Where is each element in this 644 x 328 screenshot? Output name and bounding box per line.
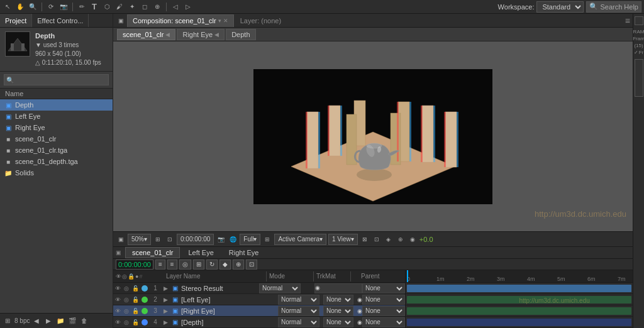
layer-3-lock[interactable]: 🔓	[131, 308, 140, 314]
camera-btn[interactable]: Active Camera ▾	[274, 234, 326, 245]
delete-icon[interactable]: 🗑	[79, 316, 89, 326]
tl-tab-lefteye[interactable]: Left Eye	[181, 247, 220, 258]
viewer-cam-icon[interactable]: 📷	[216, 234, 226, 244]
layer-3-expand[interactable]: ▶	[161, 308, 170, 314]
layer-1-expand[interactable]: ▶	[161, 285, 170, 292]
tl-tab-scene01[interactable]: scene_01_clr	[125, 247, 180, 258]
layer-1-eye[interactable]: 👁	[113, 285, 122, 292]
subtab-righteye[interactable]: Right Eye ◀	[177, 29, 225, 40]
toolbar-icon-hand[interactable]: ✋	[15, 2, 25, 12]
tab-project[interactable]: Project	[0, 14, 32, 27]
toolbar-icon-clone[interactable]: ✦	[127, 2, 137, 12]
tl-bar-3[interactable]	[407, 307, 631, 315]
search-help-box[interactable]: 🔍 Search Help	[586, 1, 641, 13]
subtab-depth[interactable]: Depth	[226, 29, 255, 40]
viewer-toggle1[interactable]: ⊠	[360, 234, 370, 244]
toolbar-icon-shape[interactable]: ⬡	[102, 2, 112, 12]
file-item-4[interactable]: ■scene_01_clr.tga	[0, 145, 113, 156]
toolbar-icon-undo[interactable]: ◁	[170, 2, 180, 12]
tl-marker-btn[interactable]: ◆	[219, 260, 231, 270]
layer-2-mode[interactable]: Normal	[278, 295, 319, 305]
tl-loop-btn[interactable]: ↻	[206, 260, 218, 270]
layer-2-trkmat[interactable]: None	[323, 295, 353, 305]
quality-btn[interactable]: Full ▾	[240, 234, 260, 245]
comp-tab-main[interactable]: Composition: scene_01_clr ▾ ✕	[127, 14, 234, 27]
layer-4-lock[interactable]: 🔓	[131, 319, 140, 325]
toolbar-icon-cam[interactable]: 📷	[58, 2, 69, 12]
file-item-5[interactable]: ■scene_01_depth.tga	[0, 156, 113, 167]
tl-bar-4[interactable]	[407, 319, 631, 326]
tl-mocha-btn[interactable]: ⊡	[246, 260, 257, 270]
subtab-scene01[interactable]: scene_01_clr ◀	[117, 29, 175, 40]
file-item-2[interactable]: ▣Right Eye	[0, 122, 113, 133]
layer-2-eye[interactable]: 👁	[113, 297, 122, 303]
layer-2-lock[interactable]: 🔓	[131, 297, 140, 303]
viewer-toggle5[interactable]: ◉	[408, 234, 418, 244]
layer-4-trkmat[interactable]: None	[323, 317, 353, 327]
timecode-btn[interactable]: 0:00:00:00	[177, 234, 214, 245]
prev-item-icon[interactable]: ◀	[31, 316, 42, 326]
viewer-safe-icon[interactable]: ⊡	[165, 234, 175, 244]
layer-2-solo[interactable]: ◎	[122, 297, 131, 303]
tl-timecode-input[interactable]	[116, 260, 153, 270]
views-btn[interactable]: 1 View ▾	[328, 234, 358, 245]
tl-tab-righteye[interactable]: Right Eye	[222, 247, 266, 258]
layer-4-mode[interactable]: Normal	[278, 317, 319, 327]
toolbar-icon-redo[interactable]: ▷	[183, 2, 193, 12]
far-right-swatch[interactable]	[635, 16, 643, 25]
tl-bar-1[interactable]	[407, 285, 631, 292]
new-folder-icon[interactable]: 📁	[55, 316, 65, 326]
interpret-footage-icon[interactable]: ⊞	[3, 316, 13, 326]
viewer-icon-1[interactable]: ▣	[116, 234, 126, 244]
new-comp-icon[interactable]: 🎬	[67, 316, 77, 326]
layer-1-lock[interactable]: 🔓	[131, 285, 140, 292]
toolbar-icon-pen[interactable]: ✏	[77, 2, 87, 12]
layer-4-solo[interactable]: ◎	[122, 319, 131, 325]
viewer-res-icon[interactable]: ⊞	[262, 234, 272, 244]
layer-3-solo[interactable]: ◎	[122, 308, 131, 314]
layer-4-parent[interactable]: None	[362, 317, 405, 327]
toolbar-icon-text[interactable]: T	[89, 2, 99, 12]
file-item-1[interactable]: ▣Left Eye	[0, 111, 113, 122]
toolbar-icon-eraser[interactable]: ◻	[140, 2, 150, 12]
viewer-toggle4[interactable]: ⊕	[396, 234, 406, 244]
layer-3-parent[interactable]: None	[362, 306, 405, 316]
toolbar-icon-zoom[interactable]: 🔍	[28, 2, 38, 12]
file-item-0[interactable]: ▣Depth	[0, 99, 113, 111]
viewer-world-icon[interactable]: 🌐	[228, 234, 238, 244]
toolbar-icon-puppet[interactable]: ⊕	[152, 2, 162, 12]
layer-1-parent[interactable]: None	[362, 283, 405, 293]
layer-3-mode[interactable]: Normal	[278, 306, 319, 316]
comp-tab-close[interactable]: ✕	[223, 18, 228, 24]
toolbar-icon-rotate[interactable]: ⟳	[46, 2, 56, 12]
viewer-toggle3[interactable]: ◈	[384, 234, 394, 244]
layer-2-parent[interactable]: None	[362, 295, 405, 305]
layer-3-name[interactable]: [Right Eye]	[180, 307, 278, 315]
toolbar-icon-paint[interactable]: 🖌	[114, 2, 125, 12]
next-item-icon[interactable]: ▶	[43, 316, 53, 326]
zoom-select-btn[interactable]: 50% ▾	[128, 234, 151, 245]
viewer-grid-icon[interactable]: ⊞	[153, 234, 163, 244]
layer-4-name[interactable]: [Depth]	[180, 319, 278, 326]
project-search-input[interactable]	[4, 74, 109, 85]
layer-4-expand[interactable]: ▶	[161, 319, 170, 325]
tl-playhead[interactable]	[407, 270, 408, 282]
layer-2-name[interactable]: [Left Eye]	[180, 296, 278, 303]
file-item-3[interactable]: ■scene_01_clr	[0, 133, 113, 145]
layer-1-name[interactable]: Stereo Result	[180, 285, 259, 292]
layer-1-mode[interactable]: Normal	[259, 283, 301, 293]
tl-expand-btn[interactable]: ≡	[155, 260, 165, 270]
tl-expr-btn[interactable]: ⊕	[233, 260, 244, 270]
tl-solo-btn[interactable]: ◎	[179, 260, 191, 270]
tab-effect-controls[interactable]: Effect Contro...	[32, 14, 89, 27]
layer-1-solo[interactable]: ◎	[122, 285, 131, 292]
far-right-scroll[interactable]	[635, 59, 643, 97]
comp-panel-menu[interactable]: ≡	[625, 16, 630, 26]
tl-collapse-btn[interactable]: ≡	[167, 260, 177, 270]
workspace-select[interactable]: Standard	[536, 1, 584, 13]
layer-3-eye[interactable]: 👁	[113, 308, 122, 314]
toolbar-icon-arrow[interactable]: ↖	[3, 2, 13, 12]
file-item-6[interactable]: 📁Solids	[0, 167, 113, 178]
layer-4-eye[interactable]: 👁	[113, 319, 122, 325]
tl-render-btn[interactable]: ⊞	[193, 260, 204, 270]
